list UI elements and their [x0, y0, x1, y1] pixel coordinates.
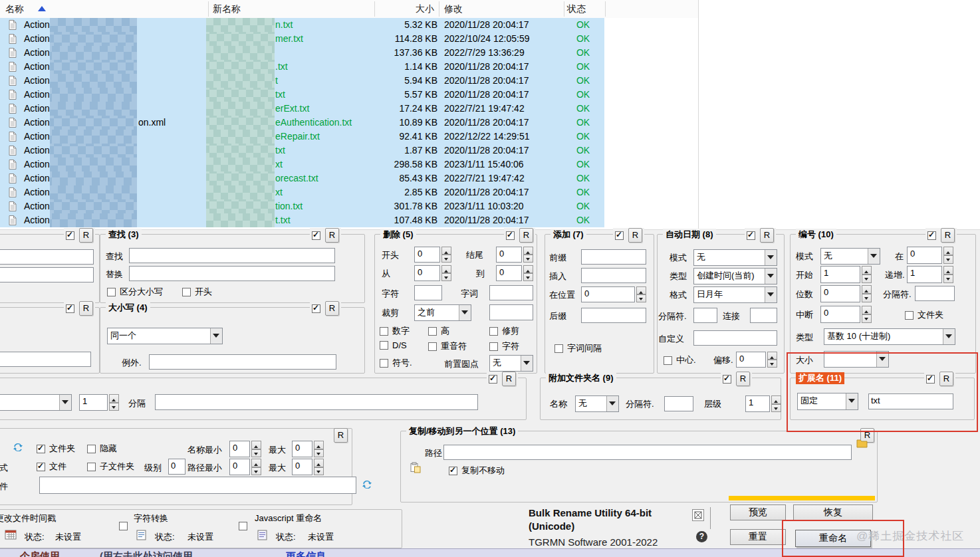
regex-enable-checkbox[interactable] — [66, 231, 74, 240]
name-enable-checkbox[interactable] — [66, 304, 74, 313]
case-enable-checkbox[interactable] — [312, 304, 320, 313]
numbering-enable-checkbox[interactable] — [927, 231, 936, 240]
numbering-at-spinner[interactable]: 0 — [907, 247, 953, 264]
parts-enable-checkbox[interactable] — [489, 375, 497, 384]
folder-browse-icon[interactable] — [856, 439, 868, 448]
filter-level-input[interactable]: 0 — [168, 459, 185, 475]
spinner-up-icon[interactable] — [523, 247, 533, 255]
remove-to-spinner[interactable]: 0 — [496, 265, 533, 281]
filter-folders-checkbox[interactable] — [37, 445, 45, 453]
chevron-down-icon[interactable] — [765, 287, 777, 302]
numbering-pad-spinner[interactable]: 0 — [820, 285, 872, 302]
spinner-up-icon[interactable] — [109, 394, 119, 403]
parts-mode-dropdown[interactable] — [0, 394, 72, 411]
autodate-seg-input[interactable] — [750, 308, 777, 323]
spinner-down-icon[interactable] — [441, 273, 451, 281]
parts-count-spinner[interactable]: 1 — [79, 394, 119, 411]
spinner-value[interactable]: 0 — [229, 459, 250, 475]
find-input[interactable] — [129, 248, 335, 263]
add-prefix-input[interactable] — [581, 249, 646, 265]
file-row[interactable]: Action .txt 1.14 KB 2020/11/28 20:04:17 … — [0, 60, 698, 74]
numbering-incr-spinner[interactable]: 1 — [907, 266, 953, 283]
charconv-checkbox[interactable] — [119, 522, 128, 530]
remove-crop-input[interactable] — [489, 304, 533, 320]
spinner-value[interactable]: 0 — [736, 352, 766, 368]
filters-reset-button[interactable]: R — [334, 428, 348, 443]
spinner-up-icon[interactable] — [636, 286, 646, 294]
autodate-format-dropdown[interactable]: 日月年 — [693, 286, 777, 303]
spinner-value[interactable]: 0 — [292, 459, 312, 475]
spinner-up-icon[interactable] — [251, 459, 261, 467]
append-folder-levels-spinner[interactable]: 1 — [745, 395, 781, 412]
remove-from-spinner[interactable]: 0 — [414, 265, 451, 281]
spinner-down-icon[interactable] — [943, 255, 953, 264]
remove-first-spinner[interactable]: 0 — [414, 247, 451, 263]
spinner-up-icon[interactable] — [314, 441, 324, 449]
file-row[interactable]: Action mer.txt 114.28 KB 2022/10/24 12:0… — [0, 32, 698, 46]
spinner-up-icon[interactable] — [767, 352, 777, 360]
file-row[interactable]: Action tion.txt 301.78 KB 2023/1/11 10:0… — [0, 199, 698, 213]
filter-path-min-spinner[interactable]: 0 — [229, 459, 261, 475]
spinner-down-icon[interactable] — [767, 360, 777, 368]
revert-button[interactable]: 恢复 — [793, 504, 873, 520]
spinner-value[interactable]: 0 — [292, 441, 312, 457]
chevron-down-icon[interactable] — [210, 328, 222, 344]
column-divider[interactable] — [564, 1, 564, 17]
spinner-down-icon[interactable] — [636, 294, 646, 302]
spinner-up-icon[interactable] — [314, 459, 324, 467]
name-reset-button[interactable]: R — [79, 301, 93, 316]
file-row[interactable]: Action xt 2.85 KB 2020/11/28 20:04:17 OK — [0, 185, 698, 199]
autodate-sep-input[interactable] — [693, 308, 717, 323]
filter-name-min-spinner[interactable]: 0 — [229, 441, 261, 457]
numbering-sep-input[interactable] — [915, 286, 955, 301]
column-divider[interactable] — [439, 1, 439, 17]
spinner-down-icon[interactable] — [943, 275, 953, 283]
file-row[interactable]: Action txt 1.87 KB 2020/11/28 20:04:17 O… — [0, 144, 698, 158]
spinner-down-icon[interactable] — [862, 294, 872, 302]
numbering-reset-button[interactable]: R — [941, 228, 955, 243]
numbering-mode-dropdown[interactable]: 无 — [820, 248, 880, 265]
autodate-enable-checkbox[interactable] — [747, 231, 755, 240]
file-row[interactable]: Action erExt.txt 17.24 KB 2022/7/21 19:4… — [0, 102, 698, 116]
autodate-type-dropdown[interactable]: 创建时间(当前) — [693, 268, 777, 284]
preview-button[interactable]: 预览 — [730, 504, 786, 520]
copy-move-path-input[interactable] — [443, 445, 852, 460]
chevron-down-icon[interactable] — [459, 305, 471, 320]
remove-high-checkbox[interactable] — [428, 327, 437, 336]
append-folder-enable-checkbox[interactable] — [723, 375, 731, 384]
spinner-down-icon[interactable] — [314, 467, 324, 476]
spinner-down-icon[interactable] — [771, 404, 781, 413]
spinner-up-icon[interactable] — [523, 265, 533, 273]
remove-crop-dropdown[interactable]: 之前 — [414, 304, 471, 321]
autodate-custom-input[interactable] — [693, 330, 777, 346]
column-header-name[interactable]: 名称 — [5, 3, 24, 15]
extension-value-input[interactable]: txt — [868, 393, 953, 409]
spinner-value[interactable]: 0 — [496, 247, 522, 263]
remove-trim-checkbox[interactable] — [489, 327, 498, 336]
spinner-down-icon[interactable] — [441, 255, 451, 263]
chevron-down-icon[interactable] — [765, 250, 777, 265]
numbering-type-dropdown[interactable]: 基数 10 (十进制) — [824, 328, 955, 345]
help-icon[interactable]: ? — [696, 531, 707, 542]
add-reset-button[interactable]: R — [628, 228, 642, 243]
spinner-down-icon[interactable] — [523, 273, 533, 281]
spinner-down-icon[interactable] — [862, 275, 872, 283]
spinner-value[interactable]: 0 — [820, 306, 860, 323]
chevron-down-icon[interactable] — [943, 329, 955, 344]
spinner-value[interactable]: 0 — [907, 247, 942, 264]
spinner-value[interactable]: 0 — [229, 441, 250, 457]
parts-reset-button[interactable]: R — [502, 372, 516, 386]
filter-path-max-spinner[interactable]: 0 — [292, 459, 324, 475]
spinner-value[interactable]: 0 — [414, 265, 440, 281]
paste-icon[interactable] — [410, 462, 421, 473]
column-header-size[interactable]: 大小 — [374, 3, 434, 15]
file-row[interactable]: Action xt 298.58 KB 2023/1/11 15:40:06 O… — [0, 158, 698, 171]
spinner-value[interactable]: 0 — [820, 285, 860, 302]
spinner-down-icon[interactable] — [251, 467, 261, 476]
file-row[interactable]: Action t.txt 107.48 KB 2020/11/28 20:04:… — [0, 213, 698, 227]
chevron-down-icon[interactable] — [876, 352, 888, 367]
append-folder-sep-input[interactable] — [664, 396, 693, 411]
spinner-up-icon[interactable] — [251, 441, 261, 449]
chevron-down-icon[interactable] — [59, 395, 71, 410]
file-row[interactable]: Action orecast.txt 85.43 KB 2022/7/21 19… — [0, 171, 698, 185]
